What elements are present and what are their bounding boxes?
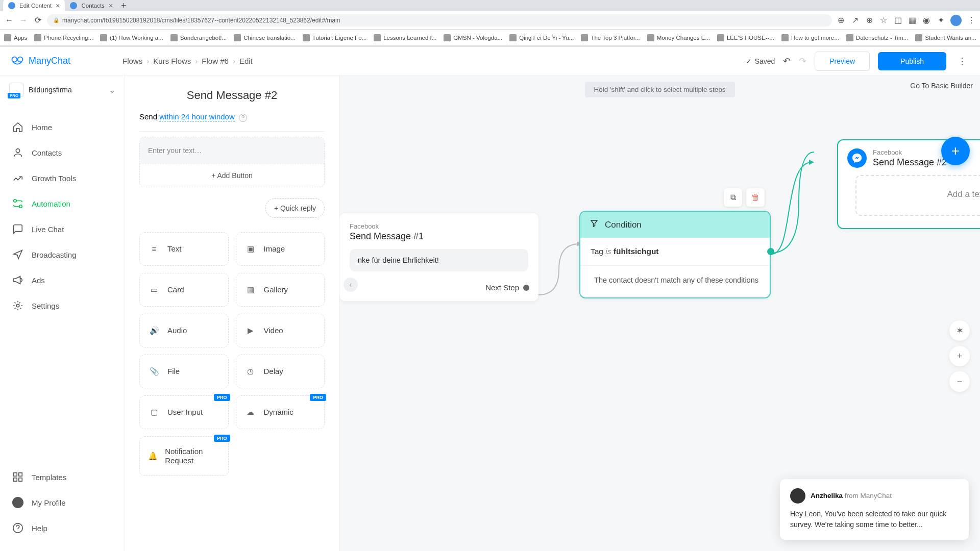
bookmark-item[interactable]: Sonderangebot!... [170,34,227,41]
breadcrumb-item[interactable]: Edit [239,57,253,65]
condition-value: fühltsichgut [614,247,659,256]
nav-label: Automation [32,199,70,208]
forward-button[interactable]: → [18,15,29,26]
preview-button[interactable]: Preview [815,52,870,71]
sidebar-item-automation[interactable]: Automation [0,191,125,216]
tab-close-icon[interactable]: × [56,2,60,10]
block-image[interactable]: ▣Image [236,232,325,266]
translate-icon[interactable]: ⊕ [836,16,845,25]
block-video[interactable]: ▶Video [236,314,325,347]
auto-layout-button[interactable]: ✶ [949,320,970,341]
editor-panel: Send Message #2 Send within 24 hour wind… [125,76,339,551]
node-condition[interactable]: ⧉ 🗑 Condition Tag is fühltsichgut The co… [579,211,771,298]
flow-canvas[interactable]: Hold 'shift' and click to select multipl… [339,76,980,551]
bookmark-item[interactable]: The Top 3 Platfor... [581,34,640,41]
block-file[interactable]: 📎File [139,355,229,388]
bookmark-item[interactable]: Lessons Learned f... [374,34,436,41]
new-tab-button[interactable]: + [121,1,127,11]
node-send-message-1[interactable]: Facebook Send Message #1 nke für deine E… [339,213,538,301]
bookmark-item[interactable]: Apps [4,34,27,41]
puzzle-icon[interactable]: ✦ [936,16,945,25]
ext3-icon[interactable]: ◉ [922,16,931,25]
chat-avatar [790,488,805,504]
delete-button[interactable]: 🗑 [746,188,765,207]
sidebar-item-ads[interactable]: Ads [0,267,125,293]
go-basic-builder-link[interactable]: Go To Basic Builder [910,82,973,90]
collapse-button[interactable]: ‹ [344,278,358,292]
bookmark-item[interactable]: LEE'S HOUSE--... [717,34,774,41]
sidebar-item-broadcasting[interactable]: Broadcasting [0,242,125,267]
block-userinput[interactable]: ▢User InputPRO [139,395,229,429]
workspace-selector[interactable]: PRO Bildungsfirma ⌄ [0,76,125,104]
duplicate-button[interactable]: ⧉ [724,188,742,207]
block-card[interactable]: ▭Card [139,273,229,307]
help-icon [12,522,23,534]
reload-button[interactable]: ⟳ [33,15,43,26]
url-field[interactable]: 🔒 manychat.com/fb198150208192018/cms/fil… [47,14,832,27]
block-audio[interactable]: 🔊Audio [139,314,229,347]
bookmark-item[interactable]: Student Wants an... [915,34,976,41]
templates-icon [12,471,23,483]
bookmark-item[interactable]: Qing Fei De Yi - Yu... [509,34,574,41]
add-text-placeholder[interactable]: Add a text [855,175,980,216]
browser-tab[interactable]: Contacts × [65,0,118,12]
svg-point-4 [19,205,22,208]
text-input[interactable]: Enter your text… [140,137,324,164]
ext2-icon[interactable]: ▦ [908,16,917,25]
publish-button[interactable]: Publish [878,52,946,70]
menu-icon[interactable]: ⋮ [967,16,976,25]
ext1-icon[interactable]: ◫ [893,16,902,25]
block-notification[interactable]: 🔔Notification RequestPRO [139,436,229,476]
send-window-link[interactable]: within 24 hour window [159,112,235,121]
info-icon[interactable]: ? [239,114,247,122]
condition-else[interactable]: The contact doesn't match any of these c… [580,266,770,297]
zoom-in-button[interactable]: + [949,346,970,366]
undo-button[interactable]: ↶ [783,56,791,67]
zoom-out-button[interactable]: − [949,371,970,392]
sidebar-item-home[interactable]: Home [0,114,125,140]
bookmark-item[interactable]: Datenschutz - Tim... [846,34,908,41]
block-gallery[interactable]: ▥Gallery [236,273,325,307]
profile-avatar[interactable] [950,15,962,26]
output-port-match[interactable] [767,248,774,255]
add-button-row[interactable]: + Add Button [140,164,324,187]
svg-rect-8 [14,478,17,481]
condition-row[interactable]: Tag is fühltsichgut [580,238,770,266]
back-button[interactable]: ← [4,15,14,26]
output-port[interactable] [523,285,529,291]
breadcrumb-item[interactable]: Kurs Flows [153,57,191,65]
support-chat-widget[interactable]: Anzhelika from ManyChat Hey Leon, You've… [780,479,969,540]
more-button[interactable]: ⋮ [954,56,970,67]
block-text[interactable]: ≡Text [139,232,229,266]
block-delay[interactable]: ◷Delay [236,355,325,388]
add-node-fab[interactable]: + [941,137,970,165]
svg-point-1 [18,57,23,62]
condition-field: Tag [591,247,603,256]
star-icon[interactable]: ☆ [879,16,888,25]
sidebar-item-growth[interactable]: Growth Tools [0,165,125,191]
sidebar-item-templates[interactable]: Templates [0,464,125,490]
sidebar-item-settings[interactable]: Settings [0,293,125,318]
bookmark-item[interactable]: How to get more... [781,34,839,41]
bookmark-item[interactable]: Chinese translatio... [234,34,296,41]
sidebar-item-myprofile[interactable]: My Profile [0,490,125,515]
brand-logo[interactable]: ManyChat [10,54,122,68]
breadcrumb-item[interactable]: Flow #6 [202,57,229,65]
bookmark-item[interactable]: Tutorial: Eigene Fo... [303,34,366,41]
redo-button[interactable]: ↷ [799,56,806,67]
share-icon[interactable]: ↗ [850,16,860,25]
sidebar-item-contacts[interactable]: Contacts [0,140,125,165]
breadcrumb-item[interactable]: Flows [122,57,142,65]
browser-tab-active[interactable]: Edit Content × [3,0,65,12]
tab-close-icon[interactable]: × [109,2,113,10]
sidebar-item-livechat[interactable]: Live Chat [0,216,125,242]
gallery-icon: ▥ [244,284,257,296]
bookmark-item[interactable]: Money Changes E... [647,34,710,41]
bookmark-item[interactable]: Phone Recycling... [34,34,93,41]
bookmark-item[interactable]: (1) How Working a... [100,34,163,41]
bookmark-item[interactable]: GMSN - Vologda... [444,34,502,41]
block-dynamic[interactable]: ☁DynamicPRO [236,395,325,429]
quick-reply-button[interactable]: + Quick reply [265,198,325,218]
add-icon[interactable]: ⊕ [865,16,874,25]
sidebar-item-help[interactable]: Help [0,515,125,541]
